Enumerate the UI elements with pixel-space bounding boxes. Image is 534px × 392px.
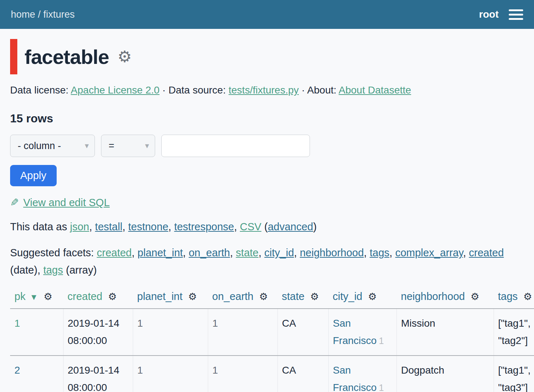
cell-city-id: San Francisco1 [328,309,397,356]
license-link[interactable]: Apache License 2.0 [71,84,159,96]
top-nav: home / fixtures root [0,0,534,29]
cell-on-earth: 1 [208,309,277,356]
facet-link[interactable]: on_earth [189,247,230,258]
city-id-number: 1 [379,383,384,392]
column-gear-icon[interactable]: ⚙ [524,291,532,302]
facet-link[interactable]: created [469,247,504,258]
about-link[interactable]: About Datasette [339,84,411,96]
title-accent-bar [10,39,17,74]
suggested-facets-row: Suggested facets: created, planet_int, o… [10,244,524,279]
hamburger-menu-icon[interactable] [509,8,523,21]
cell-pk: 2 [10,356,63,392]
city-link[interactable]: San Francisco [333,318,377,346]
column-gear-icon[interactable]: ⚙ [108,291,117,302]
city-id-number: 1 [379,336,384,346]
sql-link-row: ✎ View and edit SQL [10,196,524,209]
column-header-link-pk[interactable]: pk [14,291,26,302]
export-link-advanced[interactable]: advanced [268,221,313,232]
column-header-on-earth: on_earth ⚙ [208,288,277,309]
operator-select[interactable]: = ▾ [101,135,155,157]
column-gear-icon[interactable]: ⚙ [259,291,268,302]
facet-link[interactable]: planet_int [137,247,183,258]
facet-link[interactable]: city_id [264,247,294,258]
cell-neighborhood: Mission [397,309,494,356]
column-header-link-on-earth[interactable]: on_earth [212,291,254,302]
main-content: facetable ⚙ Data license: Apache License… [0,39,534,392]
apply-button[interactable]: Apply [10,165,57,186]
column-header-planet-int: planet_int ⚙ [133,288,208,309]
facets-prefix: Suggested facets: [10,247,97,258]
export-links-row: This data as json, testall, testnone, te… [10,221,524,233]
column-header-link-state[interactable]: state [282,291,305,302]
column-header-neighborhood: neighborhood ⚙ [397,288,494,309]
column-header-tags: tags ⚙ [494,288,534,309]
facet-link[interactable]: tags [369,247,389,258]
source-label: Data source: [168,84,226,96]
table-row: 1 2019-01-14 08:00:00 1 1 CA San Francis… [10,309,534,356]
column-header-link-created[interactable]: created [67,291,102,302]
column-header-link-planet-int[interactable]: planet_int [137,291,183,302]
column-header-link-neighborhood[interactable]: neighborhood [401,291,465,302]
column-gear-icon[interactable]: ⚙ [188,291,197,302]
page-title: facetable [25,45,109,69]
table-row: 2 2019-01-14 08:00:00 1 1 CA San Francis… [10,356,534,392]
table-header-row: pk ▼ ⚙ created ⚙ planet_int ⚙ on_earth [10,288,534,309]
cell-tags: ["tag1", "tag3"] [494,356,534,392]
separator: · [302,84,305,96]
column-header-created: created ⚙ [63,288,133,309]
metadata-line: Data license: Apache License 2.0 · Data … [10,84,524,96]
cell-tags: ["tag1", "tag2"] [494,309,534,356]
column-gear-icon[interactable]: ⚙ [310,291,319,302]
row-pk-link[interactable]: 1 [14,318,20,329]
export-link-json[interactable]: json [70,221,89,232]
export-link-csv[interactable]: CSV [240,221,262,232]
cell-planet-int: 1 [133,309,208,356]
cell-state: CA [277,309,328,356]
cell-city-id: San Francisco1 [328,356,397,392]
logged-in-user[interactable]: root [479,9,499,20]
chevron-down-icon: ▾ [85,141,89,151]
column-header-pk: pk ▼ ⚙ [10,288,63,309]
cell-created: 2019-01-14 08:00:00 [63,356,133,392]
export-link-testresponse[interactable]: testresponse [174,221,234,232]
facet-link[interactable]: tags [43,264,63,276]
export-link-testnone[interactable]: testnone [128,221,168,232]
facet-link[interactable]: created [97,247,132,258]
column-gear-icon[interactable]: ⚙ [470,291,479,302]
facet-link[interactable]: neighborhood [300,247,364,258]
column-header-state: state ⚙ [277,288,328,309]
row-pk-link[interactable]: 2 [14,365,20,376]
filter-bar: - column - ▾ = ▾ [10,135,524,157]
column-select[interactable]: - column - ▾ [10,135,95,157]
cell-planet-int: 1 [133,356,208,392]
column-header-link-tags[interactable]: tags [498,291,518,302]
results-table-wrap: pk ▼ ⚙ created ⚙ planet_int ⚙ on_earth [10,288,534,392]
license-label: Data license: [10,84,69,96]
page-title-block: facetable ⚙ [10,39,524,74]
operator-select-value: = [109,140,114,152]
city-link[interactable]: San Francisco [333,365,377,392]
column-gear-icon[interactable]: ⚙ [44,291,52,302]
filter-value-input[interactable] [161,135,310,157]
cell-state: CA [277,356,328,392]
breadcrumb[interactable]: home / fixtures [11,9,75,20]
chevron-down-icon: ▾ [145,141,149,151]
cell-neighborhood: Dogpatch [397,356,494,392]
about-label: About: [307,84,336,96]
facet-link[interactable]: state [236,247,259,258]
pencil-icon: ✎ [10,196,19,209]
row-count: 15 rows [10,112,524,125]
column-header-link-city-id[interactable]: city_id [333,291,362,302]
nav-right: root [479,8,523,21]
column-gear-icon[interactable]: ⚙ [368,291,377,302]
separator: · [162,84,166,96]
facet-link[interactable]: complex_array [395,247,463,258]
source-link[interactable]: tests/fixtures.py [229,84,299,96]
cell-created: 2019-01-14 08:00:00 [63,309,133,356]
export-link-testall[interactable]: testall [95,221,122,232]
column-select-value: - column - [18,140,61,152]
table-settings-gear-icon[interactable]: ⚙ [118,49,132,65]
view-edit-sql-link[interactable]: View and edit SQL [23,197,110,208]
cell-pk: 1 [10,309,63,356]
column-header-city-id: city_id ⚙ [328,288,397,309]
